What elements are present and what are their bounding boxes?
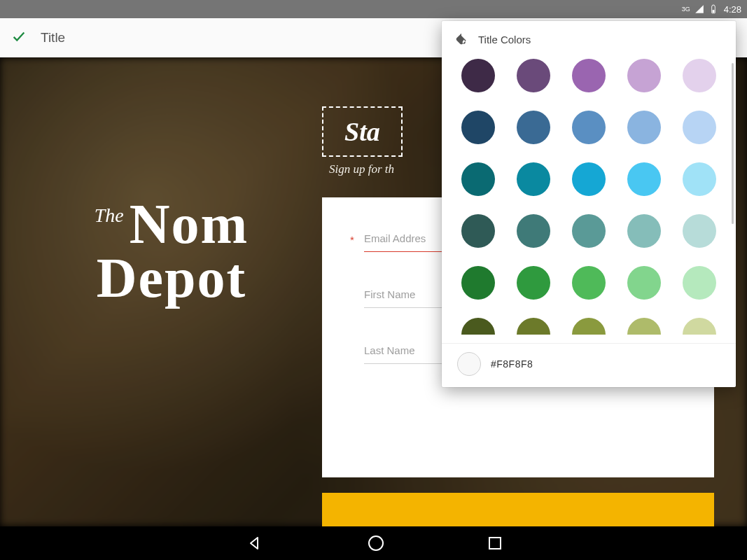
hex-preview-swatch[interactable] — [457, 352, 481, 376]
color-swatch[interactable] — [517, 214, 550, 248]
svg-rect-0 — [712, 10, 714, 13]
swatch-grid — [460, 59, 718, 335]
panel-title: Title Colors — [478, 34, 531, 46]
status-clock: 4:28 — [724, 4, 741, 15]
network-indicator-text: 3G — [682, 6, 690, 13]
color-swatch[interactable] — [461, 111, 495, 144]
brand-word-2: Depot — [56, 246, 287, 310]
hex-input-row — [442, 343, 736, 383]
home-button[interactable] — [368, 536, 384, 551]
brand-prefix: The — [95, 204, 124, 227]
color-swatch[interactable] — [627, 266, 661, 300]
color-swatch[interactable] — [461, 59, 495, 92]
color-swatch[interactable] — [461, 162, 495, 196]
android-status-bar: 3G 4:28 — [0, 0, 747, 18]
color-swatch[interactable] — [683, 318, 716, 335]
color-swatch[interactable] — [572, 318, 606, 335]
brand-title-block[interactable]: TheNom Depot — [56, 197, 287, 310]
color-swatch[interactable] — [572, 162, 606, 196]
color-swatch[interactable] — [683, 111, 716, 144]
hero-subtext[interactable]: Sign up for th — [329, 162, 394, 176]
panel-header: Title Colors — [442, 21, 736, 55]
color-swatch[interactable] — [627, 111, 661, 144]
android-nav-bar — [0, 526, 747, 560]
back-button[interactable] — [246, 535, 263, 552]
color-swatch[interactable] — [627, 214, 661, 248]
color-swatch[interactable] — [517, 266, 550, 300]
color-swatch[interactable] — [683, 59, 716, 92]
battery-icon — [708, 4, 718, 14]
color-swatch[interactable] — [517, 162, 550, 196]
color-swatch[interactable] — [683, 266, 716, 300]
color-swatch[interactable] — [517, 111, 550, 144]
color-swatch[interactable] — [627, 162, 661, 196]
check-icon — [11, 29, 27, 44]
color-swatch[interactable] — [572, 214, 606, 248]
paint-bucket-icon — [454, 32, 468, 46]
signal-icon — [694, 4, 704, 14]
brand-word-1: Nom — [130, 197, 249, 251]
color-swatch[interactable] — [572, 111, 606, 144]
color-swatch[interactable] — [461, 214, 495, 248]
color-swatch[interactable] — [683, 214, 716, 248]
hero-headline-selection[interactable]: Sta — [322, 106, 403, 157]
color-swatch[interactable] — [572, 266, 606, 300]
recents-button[interactable] — [489, 537, 501, 550]
toolbar-title: Title — [41, 30, 65, 46]
swatch-scroll-area[interactable] — [442, 55, 736, 335]
title-colors-panel: Title Colors — [442, 21, 736, 387]
confirm-button[interactable] — [11, 29, 27, 47]
hex-input[interactable] — [491, 358, 613, 370]
hero-headline-text: Sta — [344, 117, 380, 146]
color-swatch[interactable] — [627, 59, 661, 92]
color-swatch[interactable] — [517, 59, 550, 92]
color-swatch[interactable] — [461, 318, 495, 335]
color-swatch[interactable] — [683, 162, 716, 196]
color-swatch[interactable] — [517, 318, 550, 335]
submit-button[interactable] — [322, 493, 714, 526]
color-swatch[interactable] — [572, 59, 606, 92]
color-swatch[interactable] — [461, 266, 495, 300]
scrollbar-thumb[interactable] — [732, 63, 734, 224]
color-swatch[interactable] — [627, 318, 661, 335]
required-asterisk: * — [350, 234, 354, 246]
